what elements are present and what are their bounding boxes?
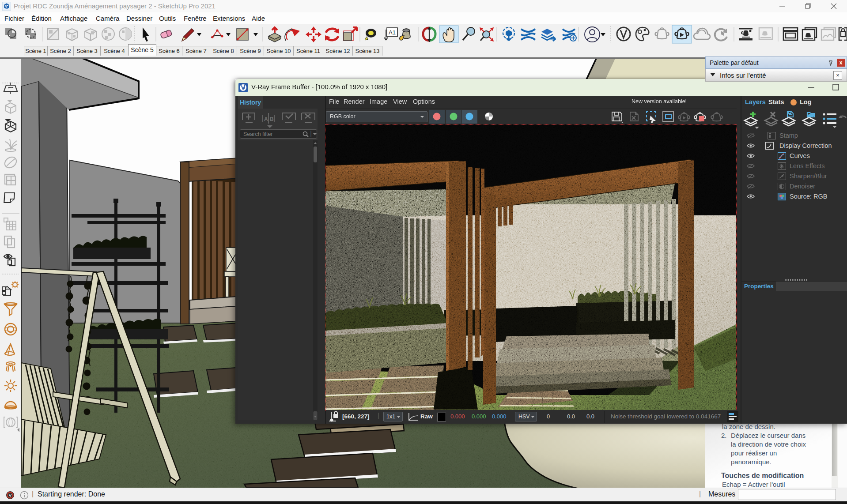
svg-text:A1: A1	[389, 29, 396, 36]
svg-text:A: A	[264, 116, 268, 122]
svg-text:B: B	[270, 116, 274, 122]
